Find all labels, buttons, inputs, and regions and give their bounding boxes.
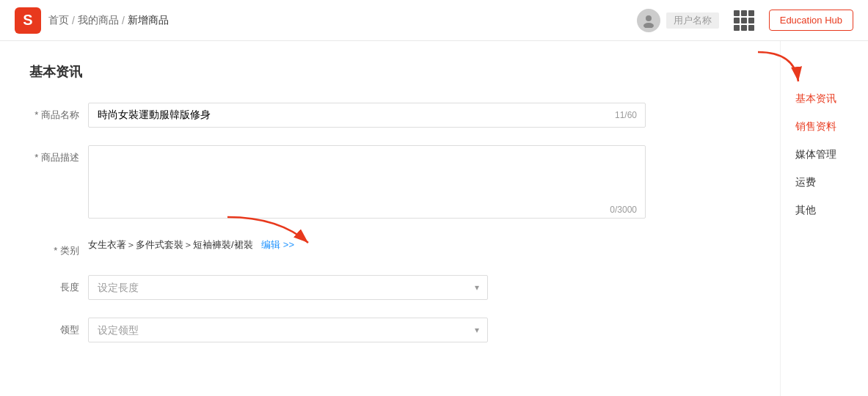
header: S 首页 / 我的商品 / 新增商品 用户名称 Education Hub	[0, 0, 868, 41]
product-desc-count: 0/3000	[610, 205, 637, 215]
breadcrumb-home[interactable]: 首页	[48, 14, 69, 27]
svg-point-1	[643, 23, 654, 28]
length-row: 長度 设定長度 ▾	[29, 275, 751, 300]
category-field: 女生衣著＞多件式套裝＞短袖褲裝/裙裝 编辑 >>	[88, 238, 646, 252]
sidebar-item-shipping[interactable]: 运费	[795, 176, 853, 189]
education-hub-button[interactable]: Education Hub	[769, 10, 853, 31]
header-right: 用户名称 Education Hub	[637, 7, 853, 34]
page-layout: 基本资讯 * 商品名称 11/60 * 商品描述 0/3000 *	[0, 41, 868, 396]
length-select-wrap: 设定長度 ▾	[88, 275, 488, 300]
sidebar: 基本资讯 销售资料 媒体管理 运费 其他	[780, 41, 868, 396]
collar-select[interactable]: 设定领型	[88, 318, 488, 342]
breadcrumb-sep1: /	[72, 15, 75, 26]
length-field: 设定長度 ▾	[88, 275, 646, 300]
breadcrumb-sep2: /	[122, 15, 125, 26]
length-label: 長度	[29, 275, 88, 294]
product-desc-field: 0/3000	[88, 145, 646, 221]
product-name-row: * 商品名称 11/60	[29, 103, 751, 128]
category-label: * 类别	[29, 238, 88, 257]
category-row: * 类别 女生衣著＞多件式套裝＞短袖褲裝/裙裝 编辑 >>	[29, 238, 751, 257]
main-content: 基本资讯 * 商品名称 11/60 * 商品描述 0/3000 *	[0, 41, 780, 396]
product-desc-row: * 商品描述 0/3000	[29, 145, 751, 221]
product-desc-input[interactable]	[88, 145, 646, 219]
avatar-area: 用户名称	[637, 9, 719, 32]
section-title: 基本资讯	[29, 63, 751, 81]
sidebar-item-sales-info[interactable]: 销售资料	[795, 120, 853, 133]
length-select[interactable]: 设定長度	[88, 275, 488, 300]
svg-point-0	[646, 15, 652, 21]
collar-label: 领型	[29, 318, 88, 337]
product-name-count: 11/60	[615, 110, 637, 120]
category-edit-link[interactable]: 编辑 >>	[261, 239, 294, 250]
apps-grid-icon[interactable]	[731, 7, 757, 34]
breadcrumb: 首页 / 我的商品 / 新增商品	[48, 14, 169, 27]
product-name-input-wrap: 11/60	[88, 103, 646, 128]
avatar	[637, 9, 660, 32]
breadcrumb-my-products[interactable]: 我的商品	[78, 14, 119, 27]
sidebar-item-other[interactable]: 其他	[795, 204, 853, 217]
product-name-field: 11/60	[88, 103, 646, 128]
grid-dots	[734, 10, 754, 31]
product-desc-wrap: 0/3000	[88, 145, 646, 221]
collar-field: 设定领型 ▾	[88, 318, 646, 342]
collar-select-wrap: 设定领型 ▾	[88, 318, 488, 342]
category-value: 女生衣著＞多件式套裝＞短袖褲裝/裙裝 编辑 >>	[88, 233, 294, 250]
product-name-input[interactable]	[88, 103, 646, 128]
sidebar-item-media[interactable]: 媒体管理	[795, 148, 853, 161]
shopee-logo: S	[15, 7, 41, 34]
user-name: 用户名称	[666, 12, 719, 29]
product-name-label: * 商品名称	[29, 103, 88, 122]
breadcrumb-current: 新增商品	[128, 14, 169, 27]
collar-row: 领型 设定领型 ▾	[29, 318, 751, 342]
product-desc-label: * 商品描述	[29, 145, 88, 164]
sidebar-item-basic-info[interactable]: 基本资讯	[795, 92, 853, 106]
